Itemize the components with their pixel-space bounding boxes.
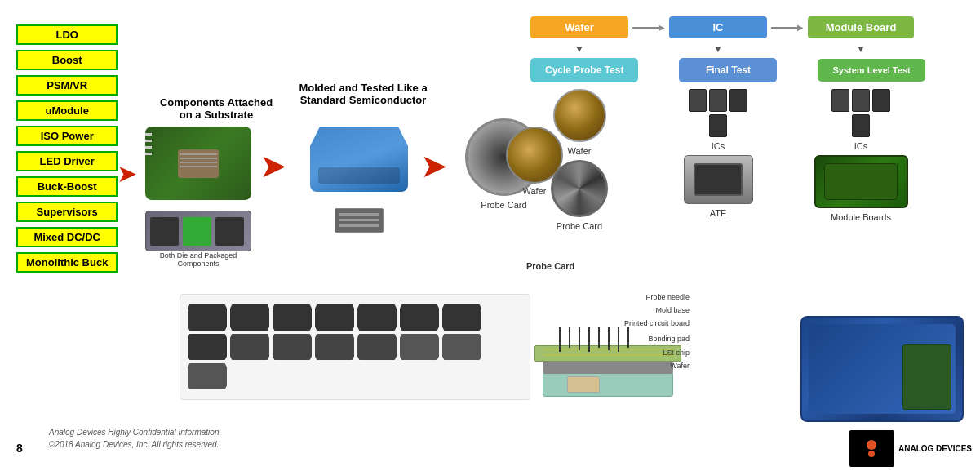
ics-label-1: ICs: [712, 141, 725, 151]
packages-grid: [180, 294, 530, 400]
arrow-2: ➤: [420, 147, 448, 184]
label-supervisors: Supervisors: [16, 202, 118, 222]
label-psm-vr: PSM/VR: [16, 75, 118, 96]
mold-base-label: Mold base: [624, 304, 690, 317]
adi-logo-area: ANALOG DEVICES: [849, 430, 972, 467]
page-number: 8: [16, 442, 23, 455]
both-die-text: Both Die and Packaged Components: [145, 251, 251, 268]
probe-card-detail-title: Probe Card: [526, 261, 706, 271]
molded-title: Molded and Tested Like a Standard Semico…: [298, 82, 428, 106]
label-umodule: uModule: [16, 100, 118, 121]
label-iso-power: ISO Power: [16, 126, 118, 146]
wafer-label-bottom: Wafer: [648, 359, 690, 372]
ic-packages-flow: [685, 89, 751, 137]
small-chip-image: [335, 208, 384, 233]
label-monolithic-buck: Monolithic Buck: [16, 252, 118, 273]
pcb-board-image: [145, 127, 251, 200]
probe-labels-bottom: Bonding pad LSI chip Wafer: [648, 332, 690, 372]
ate-machine: [684, 155, 753, 204]
module-board-green: [814, 155, 908, 208]
pcb-label: Printed circuit board: [624, 317, 690, 330]
pcb-board-container: [145, 127, 251, 200]
label-boost: Boost: [16, 50, 118, 70]
pkg-1: [188, 304, 227, 331]
pkg-6: [400, 304, 439, 331]
ics-label-2: ICs: [854, 141, 868, 151]
umodule-arrow: ➤: [117, 159, 137, 188]
probe-card-disc: [551, 160, 608, 217]
adi-logo-black-box: [849, 430, 894, 467]
arrow-1: ➤: [259, 147, 287, 184]
pkg-9: [230, 334, 269, 360]
ate-label: ATE: [710, 208, 727, 218]
footer-text: Analog Devices Highly Confidential Infor…: [49, 426, 221, 451]
large-blue-module: [800, 316, 964, 422]
module-boards-label: Module Boards: [831, 212, 891, 222]
label-ldo: LDO: [16, 24, 118, 45]
pkg-12: [357, 334, 397, 360]
pkg-8: [188, 334, 227, 360]
pkg-14: [442, 334, 481, 360]
label-led-driver: LED Driver: [16, 151, 118, 171]
pkg-11: [315, 334, 354, 360]
flow-box-wafer: Wafer: [530, 16, 628, 38]
molded-package-image: [310, 127, 408, 192]
wafer-base: [543, 372, 673, 397]
left-labels-container: LDO Boost PSM/VR uModule ISO Power LED D…: [16, 24, 118, 273]
pkg-7: [442, 304, 481, 331]
probe-card-disc-label: Probe Card: [557, 221, 602, 231]
flow-subtest-cycle-probe: Cycle Probe Test: [530, 58, 638, 82]
flow-subtest-system-level: System Level Test: [818, 59, 925, 82]
wafer-disc-label: Wafer: [568, 146, 592, 156]
footer-line1: Analog Devices Highly Confidential Infor…: [49, 426, 221, 438]
bonding-pad-chip: [567, 376, 600, 393]
ic-packages-flow-2: [824, 89, 898, 137]
adi-logo-text: ANALOG DEVICES: [898, 443, 972, 454]
probe-card-diagram: Probe needle Mold base Printed circuit b…: [526, 274, 690, 397]
flow-subtest-final-test: Final Test: [679, 58, 777, 82]
probe-card-detail-area: Probe Card: [526, 261, 706, 397]
probe-needle-label: Probe needle: [624, 291, 690, 304]
pcb-chip: [178, 149, 219, 178]
pkg-2: [230, 304, 269, 331]
wafer-disc: [553, 89, 606, 142]
footer-line2: ©2018 Analog Devices, Inc. All rights re…: [49, 438, 221, 451]
bonding-pad-label: Bonding pad: [648, 332, 690, 345]
flow-box-ic: IC: [669, 16, 767, 38]
small-board-image: [145, 211, 251, 251]
pkg-10: [273, 334, 312, 360]
components-title: Components Attached on a Substrate: [155, 96, 277, 121]
pkg-5: [357, 304, 397, 331]
pkg-4: [315, 304, 354, 331]
probe-labels: Probe needle Mold base Printed circuit b…: [624, 291, 690, 331]
pkg-15: [188, 363, 227, 389]
flow-box-module-board: Module Board: [808, 16, 914, 38]
probe-needles: [559, 327, 629, 352]
lsi-chip-label: LSI chip: [648, 346, 690, 359]
pkg-3: [273, 304, 312, 331]
flow-diagram: Wafer ▶ IC ▶ Module Board ▼ ▼ ▼: [514, 16, 971, 231]
pkg-13: [400, 334, 439, 360]
label-buck-boost: Buck-Boost: [16, 176, 118, 197]
slide: LDO Boost PSM/VR uModule ISO Power LED D…: [0, 0, 980, 471]
label-mixed-dcdc: Mixed DC/DC: [16, 227, 118, 247]
